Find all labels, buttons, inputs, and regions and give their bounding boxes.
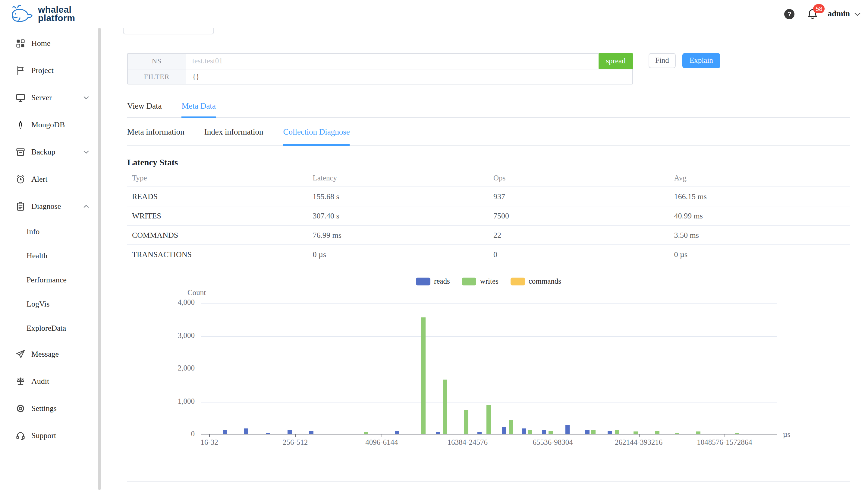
bar-reads — [522, 428, 526, 434]
bar-writes — [486, 405, 490, 434]
notification-badge: 58 — [813, 4, 825, 13]
x-tick-label: 1048576-1572864 — [697, 438, 752, 447]
legend-commands[interactable]: commands — [510, 277, 561, 286]
query-group: NS spread FILTER — [127, 53, 633, 85]
gridline — [201, 369, 777, 369]
sidebar-item-backup[interactable]: Backup — [0, 138, 98, 165]
bar-reads — [477, 432, 482, 434]
sidebar-item-server[interactable]: Server — [0, 84, 98, 111]
spread-button[interactable]: spread — [598, 53, 633, 69]
table-cell: 166.15 ms — [670, 192, 850, 201]
x-tick-mark — [553, 434, 553, 437]
table-cell: TRANSACTIONS — [127, 250, 308, 259]
x-tick-mark — [639, 434, 639, 437]
sidebar-item-alert[interactable]: Alert — [0, 165, 98, 193]
bar-reads — [309, 431, 313, 434]
bar-writes — [634, 431, 638, 434]
bar-writes — [592, 431, 596, 434]
chart-plot — [201, 303, 777, 434]
bar-reads — [585, 430, 590, 434]
sidebar-scrollbar[interactable] — [98, 28, 101, 490]
home-icon — [16, 38, 25, 48]
explain-button[interactable]: Explain — [682, 53, 720, 68]
chevron-down-icon — [82, 93, 90, 102]
sidebar-item-diagnose[interactable]: Diagnose — [0, 193, 98, 220]
legend-swatch-reads — [416, 277, 430, 285]
sidebar-item-support[interactable]: Support — [0, 422, 98, 449]
sidebar-subitem-health[interactable]: Health — [0, 244, 98, 268]
x-tick-mark — [724, 434, 725, 437]
subtab-collection-diagnose[interactable]: Collection Diagnose — [283, 127, 350, 146]
bar-writes — [422, 317, 426, 434]
sidebar-item-settings[interactable]: Settings — [0, 395, 98, 422]
bar-reads — [542, 431, 547, 434]
table-cell: 3.50 ms — [670, 230, 850, 240]
sidebar-item-label: Project — [31, 65, 54, 75]
settings-icon — [16, 403, 25, 413]
latency-stats-title: Latency Stats — [127, 157, 850, 168]
find-button[interactable]: Find — [649, 53, 676, 68]
sidebar-subitem-info[interactable]: Info — [0, 220, 98, 244]
user-menu[interactable]: admin — [828, 9, 862, 19]
sidebar-item-label: Message — [31, 349, 59, 359]
table-col-header: Avg — [670, 174, 850, 183]
sidebar-nav: HomeProjectServerMongoDBBackupAlertDiagn… — [0, 28, 98, 490]
legend-label: reads — [434, 277, 450, 286]
alert-icon — [16, 174, 25, 184]
table-cell: 40.99 ms — [670, 211, 850, 221]
bar-reads — [608, 431, 612, 434]
y-tick-label: 0 — [139, 430, 195, 439]
x-axis-unit: µs — [783, 430, 790, 439]
table-cell: 76.99 ms — [308, 230, 489, 240]
flag-icon — [16, 65, 25, 75]
sidebar-item-mongodb[interactable]: MongoDB — [0, 111, 98, 138]
filter-input[interactable] — [186, 69, 632, 84]
table-col-header: Type — [127, 174, 308, 183]
x-tick-label: 16384-24576 — [447, 438, 488, 447]
chevron-down-icon — [853, 9, 862, 19]
sidebar-item-message[interactable]: Message — [0, 340, 98, 368]
sidebar-item-label: Server — [31, 93, 52, 102]
help-icon[interactable]: ? — [784, 9, 795, 19]
bar-writes — [735, 432, 739, 434]
sidebar-item-audit[interactable]: Audit — [0, 368, 98, 395]
x-tick-label: 65536-98304 — [533, 438, 573, 447]
gridline — [201, 336, 777, 337]
sidebar-item-label: Alert — [31, 174, 47, 184]
bar-writes — [655, 431, 659, 434]
sidebar-item-home[interactable]: Home — [0, 30, 98, 57]
table-cell: 7500 — [489, 211, 670, 221]
table-col-header: Ops — [489, 174, 670, 183]
x-tick-mark — [467, 434, 468, 437]
sidebar-item-label: Support — [31, 431, 56, 440]
gridline — [201, 402, 777, 402]
tab-view-data[interactable]: View Data — [127, 102, 162, 116]
notifications-button[interactable]: 58 — [807, 8, 818, 19]
sidebar-subitem-performance[interactable]: Performance — [0, 268, 98, 292]
sidebar-item-label: Backup — [31, 147, 55, 156]
bar-writes — [675, 432, 679, 434]
y-tick-label: 3,000 — [139, 331, 195, 340]
audit-icon — [16, 376, 25, 386]
legend-writes[interactable]: writes — [462, 277, 498, 286]
tab-meta-data[interactable]: Meta Data — [182, 102, 216, 118]
legend-reads[interactable]: reads — [416, 277, 450, 286]
x-tick-label: 4096-6144 — [365, 438, 398, 447]
bar-writes — [528, 429, 532, 434]
sidebar-subitem-exploredata[interactable]: ExploreData — [0, 316, 98, 340]
table-cell: 0 — [489, 250, 670, 259]
bar-reads — [266, 433, 270, 434]
ns-input[interactable] — [186, 54, 632, 69]
filter-label: FILTER — [128, 69, 186, 84]
x-tick-mark — [210, 434, 210, 437]
table-cell: 307.40 s — [308, 211, 489, 221]
sidebar-item-project[interactable]: Project — [0, 57, 98, 84]
sidebar-subitem-logvis[interactable]: LogVis — [0, 292, 98, 316]
subtab-index-information[interactable]: Index information — [204, 127, 264, 144]
brand-logo[interactable]: whaleal platform — [10, 4, 75, 24]
support-icon — [16, 431, 25, 440]
table-cell: COMMANDS — [127, 230, 308, 240]
table-row: READS155.68 s937166.15 ms — [127, 187, 850, 206]
table-cell: READS — [127, 192, 308, 201]
subtab-meta-information[interactable]: Meta information — [127, 127, 184, 144]
